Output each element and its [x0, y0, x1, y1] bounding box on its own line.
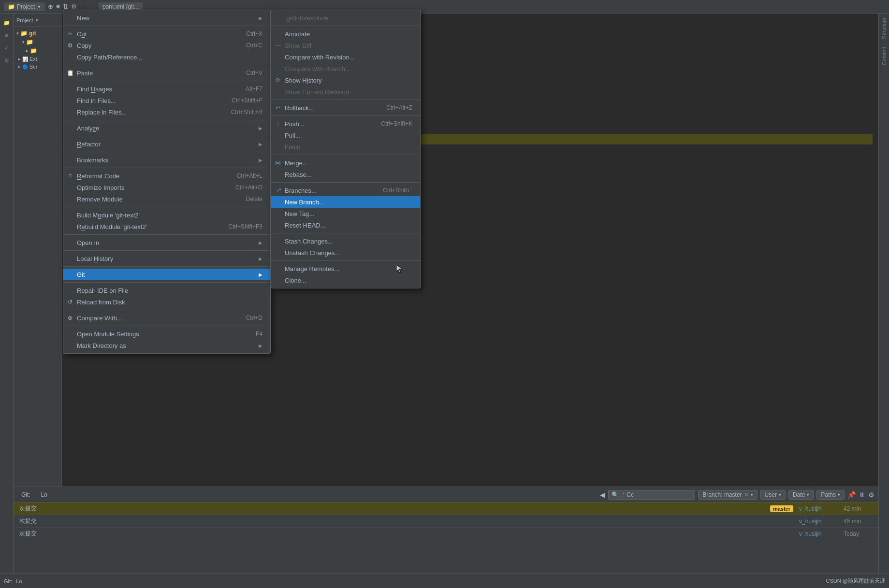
menu-item-local-history[interactable]: Local History ▶ [63, 253, 270, 264]
git-compare-branch-label: Compare with Branch... [285, 65, 412, 72]
menu-item-bookmarks[interactable]: Bookmarks ▶ [63, 154, 270, 166]
menu-item-optimize[interactable]: Optimize Imports Ctrl+Alt+O [63, 182, 270, 193]
git-menu-stash[interactable]: Stash Changes... [271, 235, 420, 247]
menu-remove-module-label: Remove Module [77, 196, 242, 203]
menu-item-build[interactable]: Build Module 'git-text2' [63, 209, 270, 221]
compare-shortcut: Ctrl+D [246, 315, 262, 321]
git-push-label: Push... [285, 120, 377, 128]
menu-item-cut[interactable]: ✂ Cut Ctrl+X [63, 28, 270, 40]
menu-local-history-label: Local History [77, 255, 251, 262]
menu-item-rebuild[interactable]: Rebuild Module 'git-text2' Ctrl+Shift+F9 [63, 221, 270, 232]
git-tab[interactable]: Git: [17, 490, 34, 500]
git-menu-rebase[interactable]: Rebase... [271, 169, 420, 180]
subfolder2-icon: 📁 [30, 47, 37, 54]
git-menu-clone[interactable]: Clone... [271, 274, 420, 286]
git-menu-branches[interactable]: ⎇ Branches... Ctrl+Shift+` [271, 185, 420, 196]
tree-item-scr[interactable]: ▸ 🔵 Scr [15, 63, 60, 71]
structure-label[interactable]: Structure [880, 14, 888, 43]
menu-item-paste[interactable]: 📋 Paste Ctrl+V [63, 67, 270, 79]
menu-item-remove-module[interactable]: Remove Module Delete [63, 193, 270, 205]
menu-item-open-in[interactable]: Open In ▶ [63, 237, 270, 248]
sidebar-settings-icon[interactable]: ⚙ [1, 55, 12, 66]
date-filter[interactable]: Date ▾ [788, 490, 814, 500]
left-sidebar: 📁 ≡ ✓ ⚙ [0, 14, 14, 574]
status-bar: Git: Lo CSDN @随风雨散落天涯 [0, 574, 889, 588]
menu-item-git[interactable]: Git ▶ [63, 269, 270, 280]
menu-item-refactor[interactable]: Refactor ▶ [63, 138, 270, 150]
git-pause-icon[interactable]: ⏸ [859, 491, 865, 499]
search-icon: 🔍 [612, 491, 619, 498]
tree-item-ext[interactable]: ▸ 📊 Ext [15, 55, 60, 63]
menu-item-repair-ide[interactable]: Repair IDE on File [63, 285, 270, 296]
commit-row-2[interactable]: 次提交 v_husijin 45 min [14, 515, 878, 528]
show-history-icon: ⟳ [274, 76, 282, 84]
commit-msg-2: 次提交 [19, 517, 793, 525]
sidebar-commit-icon[interactable]: ✓ [1, 43, 12, 53]
cc-button[interactable]: Cc [627, 491, 634, 498]
menu-item-copy-path[interactable]: Copy Path/Reference... [63, 51, 270, 63]
git-menu-compare-revision[interactable]: Compare with Revision... [271, 51, 420, 63]
menu-item-find-usages[interactable]: Find Usages Alt+F7 [63, 83, 270, 95]
menu-item-new[interactable]: New ▶ [63, 12, 270, 24]
git-search-box[interactable]: 🔍 .* Cc [608, 490, 695, 500]
menu-item-reformat[interactable]: ≡ Reformat Code Ctrl+Alt+L [63, 170, 270, 182]
menu-item-replace-files[interactable]: Replace in Files... Ctrl+Shift+R [63, 106, 270, 118]
git-menu-rollback[interactable]: ↩ Rollback... Ctrl+Alt+Z [271, 102, 420, 114]
menu-analyze-label: Analyze [77, 125, 251, 132]
git-menu-annotate[interactable]: Annotate [271, 28, 420, 40]
git-menu-new-branch[interactable]: New Branch... [271, 196, 420, 208]
scr-arrow-icon: ▸ [18, 64, 21, 69]
git-menu-show-history[interactable]: ⟳ Show History [271, 74, 420, 86]
project-dropdown[interactable]: 📁 Project ▼ [4, 2, 45, 11]
git-pin-icon[interactable]: 📌 [847, 491, 856, 499]
project-dropdown-arrow[interactable]: ▾ [36, 18, 38, 23]
git-menu-manage-remotes[interactable]: Manage Remotes... [271, 263, 420, 274]
git-show-diff-label: Show Diff [285, 42, 412, 49]
sidebar-structure-icon[interactable]: ≡ [1, 30, 12, 41]
toolbar-icon-5[interactable]: — [80, 3, 86, 10]
tree-item-subfolder[interactable]: ▾ 📁 [15, 38, 60, 46]
commit-label[interactable]: Commit [880, 43, 888, 69]
git-menu-pull[interactable]: Pull... [271, 129, 420, 141]
git-menu-fetch: Fetch [271, 141, 420, 153]
mark-dir-arrow: ▶ [259, 343, 262, 348]
toolbar-icon-1[interactable]: ⊕ [48, 3, 53, 10]
menu-item-module-settings[interactable]: Open Module Settings F4 [63, 328, 270, 340]
menu-item-reload[interactable]: ↺ Reload from Disk [63, 296, 270, 308]
branch-close-icon[interactable]: ✕ [744, 491, 749, 498]
toolbar-icon-3[interactable]: ⇅ [63, 3, 68, 10]
replace-files-shortcut: Ctrl+Shift+R [231, 109, 262, 115]
menu-item-mark-dir[interactable]: Mark Directory as ▶ [63, 340, 270, 351]
git-menu-push[interactable]: ↑ Push... Ctrl+Shift+K [271, 118, 420, 129]
tree-item-subfolder2[interactable]: ▸ 📁 [15, 46, 60, 55]
user-filter[interactable]: User ▾ [760, 490, 786, 500]
git-menu-reset-head[interactable]: Reset HEAD... [271, 219, 420, 231]
toolbar-icon-4[interactable]: ⚙ [71, 3, 77, 10]
menu-item-find-files[interactable]: Find in Files... Ctrl+Shift+F [63, 95, 270, 106]
sidebar-project-icon[interactable]: 📁 [1, 17, 12, 28]
commit-row-3[interactable]: 次提交 v_husijin Today [14, 528, 878, 540]
menu-item-copy[interactable]: ⧉ Copy Ctrl+C [63, 40, 270, 51]
paths-filter[interactable]: Paths ▾ [816, 490, 845, 500]
commit-date-3: Today [844, 531, 873, 537]
git-settings-icon[interactable]: ⚙ [868, 491, 874, 499]
copy-icon: ⧉ [66, 42, 74, 49]
user-filter-label: User [765, 491, 777, 498]
menu-item-analyze[interactable]: Analyze ▶ [63, 122, 270, 134]
git-menu-new-tag[interactable]: New Tag... [271, 208, 420, 219]
git-annotate-label: Annotate [285, 30, 412, 38]
menu-repair-ide-label: Repair IDE on File [77, 287, 262, 294]
git-commits: 次提交 master v_husijin 42 min 次提交 v_husiji… [14, 502, 878, 540]
menu-item-compare[interactable]: ⊕ Compare With... Ctrl+D [63, 312, 270, 324]
commit-msg-1: 次提交 [19, 504, 764, 513]
git-nav-back[interactable]: ◀ [600, 491, 605, 499]
log-tab[interactable]: Lo [37, 490, 51, 500]
branch-filter[interactable]: Branch: master ✕ ▾ [698, 490, 757, 500]
toolbar-icon-2[interactable]: ≡ [56, 3, 60, 10]
ext-label: Ext [29, 56, 37, 62]
commit-row-1[interactable]: 次提交 master v_husijin 42 min [14, 502, 878, 515]
tree-item-git[interactable]: ▾ 📁 git [15, 29, 60, 38]
git-menu-merge[interactable]: ⋈ Merge... [271, 157, 420, 169]
separator-9 [63, 234, 270, 235]
git-menu-unstash[interactable]: Unstash Changes... [271, 247, 420, 258]
